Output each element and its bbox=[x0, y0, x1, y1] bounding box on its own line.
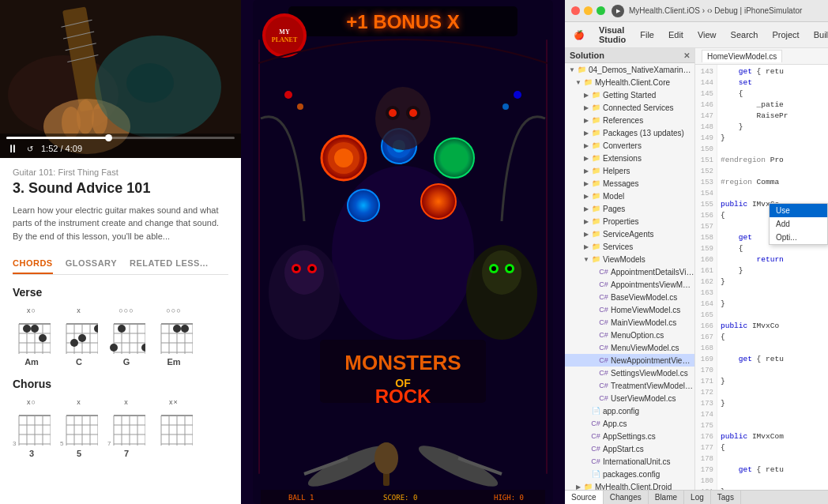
tree-vm-menuvm[interactable]: C# MenuViewModel.cs bbox=[565, 341, 694, 354]
tree-app-cs[interactable]: C# App.cs bbox=[565, 417, 694, 430]
svg-point-124 bbox=[514, 91, 521, 99]
tree-project-droid[interactable]: ▶ 📁 MyHealth.Client.Droid bbox=[565, 480, 694, 490]
tree-messages[interactable]: ▶ 📁 Messages bbox=[565, 177, 694, 190]
code-tab-homeviewmodel[interactable]: HomeViewModel.cs bbox=[702, 50, 782, 62]
svg-point-110 bbox=[334, 149, 353, 167]
tree-services[interactable]: ▶ 📁 Services bbox=[565, 240, 694, 253]
menu-visual-studio[interactable]: 🍎 bbox=[571, 28, 587, 42]
tab-chords[interactable]: CHORDS bbox=[13, 254, 53, 274]
tree-converters[interactable]: ▶ 📁 Converters bbox=[565, 139, 694, 152]
bottom-tab-blame[interactable]: Blame bbox=[649, 491, 684, 504]
tree-packages[interactable]: ▶ 📁 Packages (13 updates) bbox=[565, 126, 694, 139]
folder-icon-gs: 📁 bbox=[590, 89, 601, 100]
menu-file[interactable]: File bbox=[638, 28, 657, 41]
bottom-tab-tags[interactable]: Tags bbox=[711, 491, 741, 504]
tree-app-config[interactable]: 📄 app.config bbox=[565, 404, 694, 417]
maximize-window-button[interactable] bbox=[597, 6, 605, 15]
tree-vm-user[interactable]: C# UserViewModel.cs bbox=[565, 392, 694, 404]
solution-header: Solution ✕ bbox=[565, 48, 694, 63]
menu-visual-studio-label[interactable]: Visual Studio bbox=[597, 24, 628, 46]
tree-intlunit[interactable]: C# InternationalUnit.cs bbox=[565, 455, 694, 468]
tree-vm-settings[interactable]: C# SettingsViewModel.cs bbox=[565, 367, 694, 379]
tree-helpers[interactable]: ▶ 📁 Helpers bbox=[565, 164, 694, 177]
minimize-window-button[interactable] bbox=[584, 6, 593, 15]
chorus-chord-diagram-4 bbox=[155, 408, 193, 449]
folder-icon-conv: 📁 bbox=[590, 140, 601, 151]
controls-row: ⏸ ↺ 1:52 / 4:09 bbox=[6, 142, 235, 155]
debug-play-button[interactable]: ▶ bbox=[612, 5, 624, 17]
tree-pages[interactable]: ▶ 📁 Pages bbox=[565, 202, 694, 215]
svg-text:SCORE: 0: SCORE: 0 bbox=[383, 494, 417, 502]
folder-icon-ref: 📁 bbox=[590, 115, 601, 126]
tree-getting-started[interactable]: ▶ 📁 Getting Started bbox=[565, 88, 694, 101]
tree-vm-appointments[interactable]: C# AppointmentsViewModel.cs bbox=[565, 278, 694, 291]
tree-project-core[interactable]: ▼ 📁 MyHealth.Client.Core bbox=[565, 76, 694, 88]
tree-serviceagents[interactable]: ▶ 📁 ServiceAgents bbox=[565, 228, 694, 240]
svg-point-34 bbox=[94, 325, 98, 333]
svg-text:HIGH: 0: HIGH: 0 bbox=[494, 494, 524, 502]
verse-chords: x○ bbox=[13, 307, 228, 367]
tree-label-pkgconfig: packages.config bbox=[603, 470, 660, 479]
chord-c[interactable]: x C bbox=[60, 307, 98, 367]
video-controls: ⏸ ↺ 1:52 / 4:09 bbox=[0, 134, 241, 158]
tree-label-connected: Connected Services bbox=[603, 103, 674, 112]
svg-point-36 bbox=[70, 339, 78, 347]
bottom-tab-source[interactable]: Source bbox=[565, 491, 604, 504]
chord-em[interactable]: ○○○ Em bbox=[155, 307, 193, 367]
tree-vm-treatment[interactable]: C# TreatmentViewModel.cs bbox=[565, 379, 694, 392]
tree-label-messages: Messages bbox=[603, 179, 639, 188]
tree-label-appsettings: AppSettings.cs bbox=[603, 432, 656, 441]
progress-dot bbox=[105, 134, 112, 141]
solution-close-button[interactable]: ✕ bbox=[683, 51, 690, 60]
tab-related[interactable]: RELATED LESS... bbox=[130, 254, 209, 274]
bottom-tab-changes[interactable]: Changes bbox=[604, 491, 649, 504]
svg-point-146 bbox=[409, 109, 417, 117]
skip-button[interactable]: ↺ bbox=[24, 145, 36, 153]
tree-model[interactable]: ▶ 📁 Model bbox=[565, 190, 694, 202]
menu-build[interactable]: Build bbox=[811, 28, 828, 41]
menu-edit[interactable]: Edit bbox=[666, 28, 686, 41]
close-window-button[interactable] bbox=[571, 6, 580, 15]
chorus-title: Chorus bbox=[13, 378, 228, 390]
chord-diagram-c bbox=[60, 316, 98, 357]
chorus-chord-diagram-3: 7 bbox=[107, 408, 145, 449]
chorus-chord-3[interactable]: x 7 7 bbox=[107, 398, 145, 458]
chorus-chord-2[interactable]: x 5 5 bbox=[60, 398, 98, 458]
play-pause-button[interactable]: ⏸ bbox=[6, 142, 19, 155]
chorus-chord-4[interactable]: x× bbox=[155, 398, 193, 458]
tree-root[interactable]: ▼ 📁 04_Demos_NativeXamarinApps (master) bbox=[565, 63, 694, 76]
cs-icon-newappt: C# bbox=[598, 355, 609, 366]
ctx-item-opti[interactable]: Opti... bbox=[770, 231, 827, 244]
tree-appsettings[interactable]: C# AppSettings.cs bbox=[565, 430, 694, 442]
tab-glossary[interactable]: GLOSSARY bbox=[66, 254, 117, 274]
chorus-chord-diagram-1: 3 bbox=[13, 408, 51, 449]
menu-project[interactable]: Project bbox=[770, 28, 801, 41]
tree-vm-main[interactable]: C# MainViewModel.cs bbox=[565, 316, 694, 329]
video-player[interactable]: ⏸ ↺ 1:52 / 4:09 bbox=[0, 0, 241, 158]
tree-vm-menuoption[interactable]: C# MenuOption.cs bbox=[565, 329, 694, 341]
chord-g[interactable]: ○○○ G bbox=[107, 307, 145, 367]
ctx-item-use[interactable]: Use bbox=[770, 204, 827, 217]
tree-properties[interactable]: ▶ 📁 Properties bbox=[565, 215, 694, 228]
tree-label-appts: AppointmentsViewModel.cs bbox=[611, 280, 694, 289]
menu-search[interactable]: Search bbox=[728, 28, 761, 41]
tree-references[interactable]: ▶ 📁 References bbox=[565, 114, 694, 126]
tree-viewmodels[interactable]: ▼ 📁 ViewModels bbox=[565, 253, 694, 265]
ctx-item-add[interactable]: Add bbox=[770, 217, 827, 231]
tree-vm-base[interactable]: C# BaseViewModel.cs bbox=[565, 291, 694, 303]
visual-studio-panel: ▶ MyHealth.Client.iOS › ‹› Debug | iPhon… bbox=[565, 0, 828, 504]
chord-am[interactable]: x○ bbox=[13, 307, 51, 367]
chorus-chord-1[interactable]: x○ 3 3 bbox=[13, 398, 51, 458]
tree-vm-home[interactable]: C# HomeViewModel.cs bbox=[565, 303, 694, 316]
chorus-chord-name-1: 3 bbox=[29, 449, 34, 458]
tree-vm-newappt[interactable]: C# NewAppointmentViewModel.cs bbox=[565, 354, 694, 367]
bottom-tab-log[interactable]: Log bbox=[684, 491, 711, 504]
tree-extensions[interactable]: ▶ 📁 Extensions bbox=[565, 152, 694, 164]
tree-connected-services[interactable]: ▶ 📁 Connected Services bbox=[565, 101, 694, 114]
progress-bar[interactable] bbox=[6, 137, 235, 139]
menu-view[interactable]: View bbox=[695, 28, 719, 41]
tree-vm-appointment-details[interactable]: C# AppointmentDetailsViewModel.cs bbox=[565, 265, 694, 278]
tree-packages-config[interactable]: 📄 packages.config bbox=[565, 468, 694, 480]
svg-point-148 bbox=[374, 442, 398, 474]
tree-appstart[interactable]: C# AppStart.cs bbox=[565, 442, 694, 455]
